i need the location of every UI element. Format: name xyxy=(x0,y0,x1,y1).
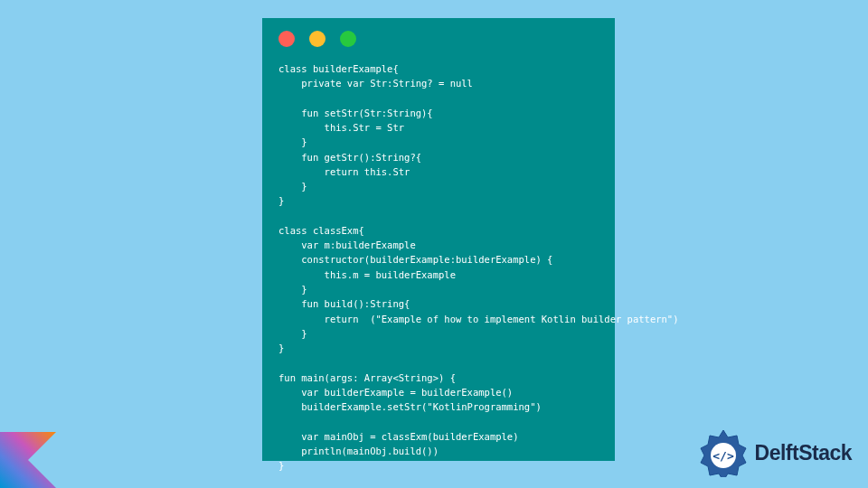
maximize-icon xyxy=(340,31,356,47)
brand-logo: </> DelftStack xyxy=(699,428,852,477)
brand-name: DelftStack xyxy=(755,441,852,465)
close-icon xyxy=(278,31,295,47)
code-window: class builderExample{ private var Str:St… xyxy=(262,18,615,461)
minimize-icon xyxy=(309,31,326,47)
code-block: class builderExample{ private var Str:St… xyxy=(278,61,599,473)
kotlin-logo-icon xyxy=(0,432,56,488)
delftstack-icon: </> xyxy=(699,428,748,477)
svg-marker-0 xyxy=(0,432,56,488)
window-controls xyxy=(278,31,599,47)
svg-text:</>: </> xyxy=(712,449,734,463)
